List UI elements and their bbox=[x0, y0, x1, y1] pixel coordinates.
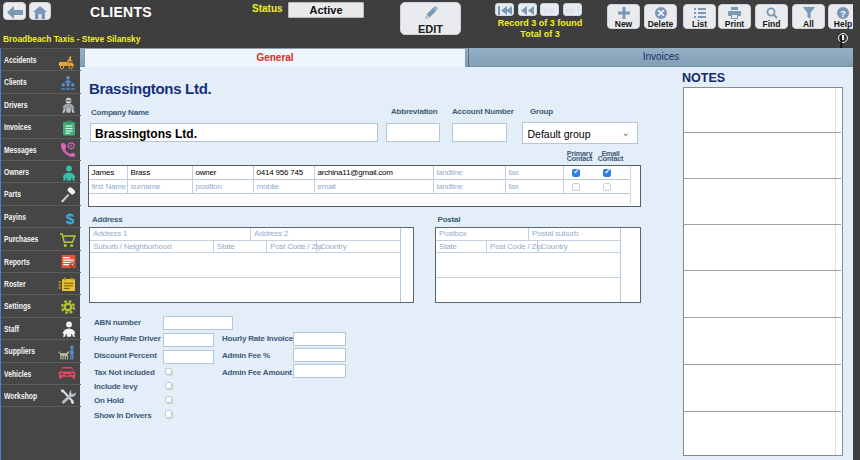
svg-text:?: ? bbox=[840, 8, 846, 18]
svg-text:$: $ bbox=[66, 210, 75, 227]
